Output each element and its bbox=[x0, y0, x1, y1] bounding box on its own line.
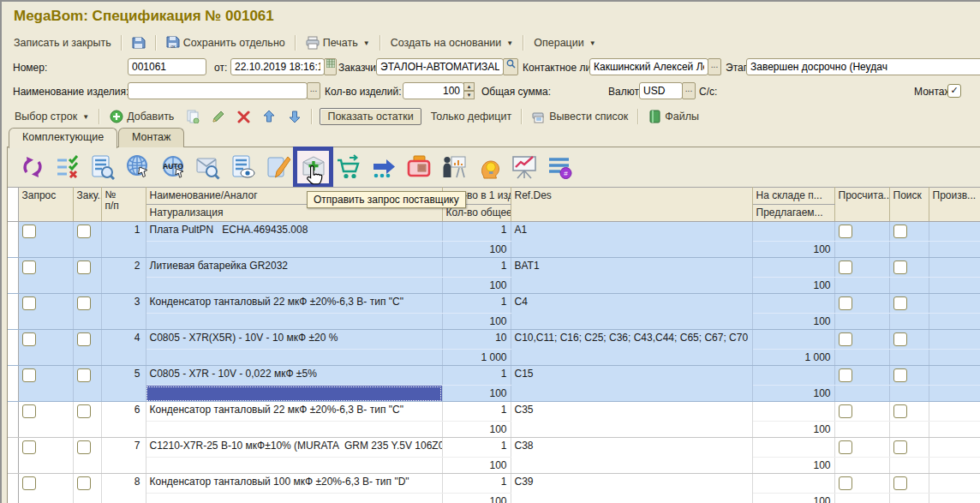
search-checkbox[interactable] bbox=[893, 476, 907, 490]
offered-cell[interactable]: 100 bbox=[752, 458, 834, 474]
table-row[interactable]: 4C0805 - X7R(X5R) - 10V - 10 мкФ ±20 %10… bbox=[8, 330, 980, 350]
purchase-cell[interactable] bbox=[73, 366, 101, 402]
purchase-checkbox[interactable] bbox=[77, 260, 91, 274]
purchase-checkbox[interactable] bbox=[77, 368, 91, 382]
contact-field[interactable] bbox=[589, 58, 708, 75]
list-eye-icon[interactable] bbox=[225, 150, 260, 184]
producer-cell[interactable] bbox=[929, 474, 980, 494]
purchase-checkbox[interactable] bbox=[77, 404, 91, 418]
stock-cell[interactable] bbox=[752, 222, 834, 242]
row-marker[interactable] bbox=[8, 258, 18, 294]
request-checkbox[interactable] bbox=[22, 296, 36, 310]
request-cell[interactable] bbox=[18, 438, 73, 474]
table-row[interactable]: 2Литиевая батарейка GR20321BAT1 bbox=[8, 258, 980, 278]
files-button[interactable]: Файлы bbox=[646, 108, 702, 125]
table-row-line2[interactable]: 100100 bbox=[8, 314, 980, 330]
search-cell[interactable] bbox=[889, 330, 929, 350]
stock-cell[interactable] bbox=[752, 366, 834, 386]
refresh-icon[interactable] bbox=[15, 150, 50, 184]
contact-ellipsis-button[interactable]: ... bbox=[708, 58, 721, 75]
offered-cell[interactable]: 100 bbox=[752, 314, 834, 330]
request-cell[interactable] bbox=[18, 258, 73, 294]
calculated-checkbox[interactable] bbox=[839, 260, 852, 274]
naturalization-cell[interactable] bbox=[146, 386, 442, 402]
purchase-cell[interactable] bbox=[73, 222, 101, 258]
delete-row-button[interactable] bbox=[235, 109, 253, 125]
table-row-line2[interactable]: 100100 bbox=[8, 242, 980, 258]
calculated-checkbox[interactable] bbox=[839, 440, 852, 454]
refdes-cell[interactable]: A1 bbox=[511, 222, 752, 258]
qty-total-cell[interactable]: 100 bbox=[442, 458, 511, 474]
search-cell[interactable] bbox=[889, 402, 929, 422]
calculated-cell[interactable] bbox=[834, 294, 889, 314]
request-checkbox[interactable] bbox=[22, 368, 36, 382]
purchase-cell[interactable] bbox=[73, 258, 101, 294]
add-row-button[interactable]: Добавить bbox=[107, 108, 176, 125]
stock-cell[interactable] bbox=[752, 330, 834, 350]
transfer-arrow-icon[interactable] bbox=[366, 150, 401, 184]
search-checkbox[interactable] bbox=[893, 332, 907, 346]
select-rows-button[interactable]: Выбор строк▼ bbox=[12, 109, 92, 124]
copy-row-button[interactable] bbox=[183, 108, 202, 125]
list-search-icon[interactable] bbox=[85, 150, 120, 184]
stock-cell[interactable] bbox=[752, 402, 834, 422]
row-marker[interactable] bbox=[8, 474, 18, 503]
qty-per-unit-cell[interactable]: 1 bbox=[442, 366, 511, 386]
calculated-cell[interactable] bbox=[834, 474, 889, 494]
qty-total-cell[interactable]: 100 bbox=[442, 422, 511, 438]
idea-icon[interactable] bbox=[471, 150, 506, 184]
producer-cell[interactable] bbox=[929, 330, 980, 350]
purchase-checkbox[interactable] bbox=[77, 296, 91, 310]
calculated-checkbox[interactable] bbox=[839, 368, 852, 382]
purchase-cell[interactable] bbox=[73, 402, 101, 438]
globe-auto-icon[interactable]: AUTO bbox=[155, 150, 190, 184]
calculated-cell[interactable] bbox=[834, 330, 889, 350]
col-search[interactable]: Поиск bbox=[889, 188, 929, 222]
row-marker[interactable] bbox=[8, 330, 18, 366]
cashbox-icon[interactable] bbox=[401, 150, 436, 184]
request-cell[interactable] bbox=[18, 366, 73, 402]
offered-cell[interactable]: 100 bbox=[752, 494, 834, 503]
search-checkbox[interactable] bbox=[893, 368, 907, 382]
row-marker[interactable] bbox=[8, 222, 18, 258]
qty-total-cell[interactable]: 100 bbox=[442, 242, 511, 258]
offered-cell[interactable]: 1 000 bbox=[752, 350, 834, 366]
request-checkbox[interactable] bbox=[22, 225, 36, 238]
row-number-cell[interactable]: 8 bbox=[101, 474, 146, 503]
offered-cell[interactable]: 100 bbox=[752, 422, 834, 438]
naturalization-cell[interactable] bbox=[146, 242, 442, 258]
print-button[interactable]: Печать▼ bbox=[302, 34, 373, 51]
row-number-cell[interactable]: 5 bbox=[101, 366, 146, 402]
producer-cell[interactable] bbox=[929, 294, 980, 314]
request-checkbox[interactable] bbox=[22, 440, 36, 454]
save-separately-button[interactable]: ок Сохранить отдельно bbox=[163, 34, 289, 51]
only-deficit-button[interactable]: Только дефицит bbox=[428, 109, 515, 124]
col-offered[interactable]: Предлагаем... bbox=[752, 205, 834, 222]
qty-per-unit-cell[interactable]: 10 bbox=[442, 330, 511, 350]
col-producer[interactable]: Произв... bbox=[929, 188, 980, 222]
producer-cell[interactable] bbox=[929, 366, 980, 386]
item-name-cell[interactable]: Конденсатор танталовый 22 мкФ ±20%-6,3 В… bbox=[146, 294, 442, 314]
table-row[interactable]: 3Конденсатор танталовый 22 мкФ ±20%-6,3 … bbox=[8, 294, 980, 314]
show-stock-toggle[interactable]: Показать остатки bbox=[320, 108, 421, 125]
search-cell[interactable] bbox=[889, 294, 929, 314]
currency-field[interactable] bbox=[639, 82, 683, 99]
qty-total-cell[interactable]: 100 bbox=[442, 314, 511, 330]
row-number-cell[interactable]: 4 bbox=[101, 330, 146, 366]
refdes-cell[interactable]: C35 bbox=[511, 402, 752, 438]
table-row[interactable]: 7C1210-X7R-25 В-10 мкФ±10% (MURATA GRM 2… bbox=[8, 438, 980, 458]
purchase-checkbox[interactable] bbox=[77, 225, 91, 238]
operations-button[interactable]: Операции▼ bbox=[530, 35, 599, 51]
row-number-cell[interactable]: 7 bbox=[101, 438, 146, 474]
request-checkbox[interactable] bbox=[22, 404, 36, 418]
calculated-checkbox[interactable] bbox=[839, 296, 852, 310]
search-cell[interactable] bbox=[889, 258, 929, 278]
row-marker[interactable] bbox=[8, 294, 18, 330]
table-row[interactable]: 5C0805 - X7R - 10V - 0,022 мкФ ±5%1C15 bbox=[8, 366, 980, 386]
item-name-cell[interactable]: C0805 - X7R(X5R) - 10V - 10 мкФ ±20 % bbox=[146, 330, 442, 350]
row-marker[interactable] bbox=[8, 402, 18, 438]
purchase-checkbox[interactable] bbox=[77, 332, 91, 346]
stock-cell[interactable] bbox=[752, 258, 834, 278]
request-cell[interactable] bbox=[18, 402, 73, 438]
purchase-cell[interactable] bbox=[73, 438, 101, 474]
